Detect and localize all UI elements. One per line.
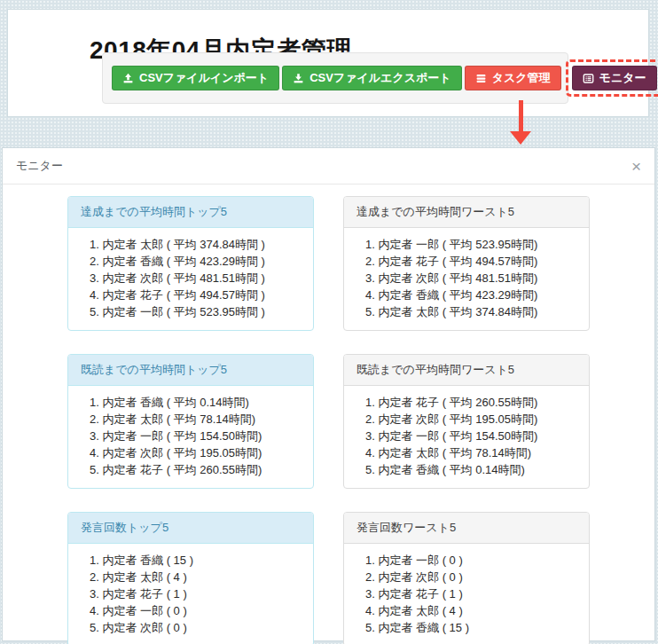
monitor-label: モニター bbox=[599, 70, 646, 86]
ranking-item: 2. 内定者 太郎 ( 平均 78.14時間) bbox=[90, 411, 301, 428]
header-card: 2018年04月内定者管理 CSVファイルインポート CSVファイルエクスポート… bbox=[7, 9, 649, 117]
panel-achievement-top5: 達成までの平均時間トップ5 1. 内定者 太郎 ( 平均 374.84時間 ) … bbox=[67, 196, 314, 331]
panel-body: 1. 内定者 一郎 ( 0 ) 2. 内定者 次郎 ( 0 ) 3. 内定者 花… bbox=[344, 544, 589, 644]
arrow-down-line bbox=[519, 100, 523, 132]
ranking-item: 1. 内定者 香織 ( 平均 0.14時間) bbox=[90, 394, 301, 411]
tasks-icon bbox=[475, 73, 487, 84]
ranking-item: 1. 内定者 香織 ( 15 ) bbox=[90, 552, 301, 569]
panel-heading: 達成までの平均時間トップ5 bbox=[68, 197, 313, 228]
modal-title: モニター bbox=[16, 158, 63, 174]
ranking-item: 1. 内定者 花子 ( 平均 260.55時間) bbox=[365, 394, 576, 411]
monitor-button[interactable]: モニター bbox=[572, 66, 657, 90]
close-icon[interactable]: × bbox=[631, 158, 641, 175]
panel-heading: 発言回数トップ5 bbox=[68, 513, 313, 544]
ranking-item: 4. 内定者 次郎 ( 平均 195.05時間) bbox=[90, 444, 301, 461]
ranking-item: 4. 内定者 一郎 ( 0 ) bbox=[90, 602, 301, 619]
csv-export-label: CSVファイルエクスポート bbox=[309, 70, 450, 86]
modal-header: モニター × bbox=[3, 148, 654, 185]
csv-import-button[interactable]: CSVファイルインポート bbox=[112, 66, 279, 90]
arrow-down-icon bbox=[510, 131, 531, 145]
ranking-item: 2. 内定者 香織 ( 平均 423.29時間 ) bbox=[90, 253, 301, 270]
panel-heading: 達成までの平均時間ワースト5 bbox=[344, 197, 589, 228]
ranking-item: 3. 内定者 次郎 ( 平均 481.51時間 ) bbox=[90, 270, 301, 287]
task-manage-button[interactable]: タスク管理 bbox=[465, 66, 561, 90]
csv-import-label: CSVファイルインポート bbox=[139, 70, 269, 86]
upload-icon bbox=[122, 73, 134, 84]
ranking-item: 2. 内定者 太郎 ( 4 ) bbox=[90, 569, 301, 585]
ranking-item: 4. 内定者 太郎 ( 平均 78.14時間) bbox=[365, 444, 576, 461]
panel-posts-worst5: 発言回数ワースト5 1. 内定者 一郎 ( 0 ) 2. 内定者 次郎 ( 0 … bbox=[343, 512, 590, 644]
panel-body: 1. 内定者 香織 ( 平均 0.14時間) 2. 内定者 太郎 ( 平均 78… bbox=[68, 386, 313, 488]
ranking-item: 3. 内定者 花子 ( 1 ) bbox=[90, 585, 301, 602]
monitor-highlight-box: モニター bbox=[566, 59, 658, 97]
ranking-item: 4. 内定者 花子 ( 平均 494.57時間 ) bbox=[90, 287, 301, 303]
panel-read-top5: 既読までの平均時間トップ5 1. 内定者 香織 ( 平均 0.14時間) 2. … bbox=[67, 354, 314, 489]
ranking-item: 1. 内定者 太郎 ( 平均 374.84時間 ) bbox=[90, 236, 301, 253]
panel-posts-top5: 発言回数トップ5 1. 内定者 香織 ( 15 ) 2. 内定者 太郎 ( 4 … bbox=[67, 512, 314, 644]
ranking-item: 5. 内定者 香織 ( 15 ) bbox=[365, 619, 576, 636]
download-icon bbox=[293, 73, 304, 84]
ranking-item: 4. 内定者 香織 ( 平均 423.29時間) bbox=[365, 287, 576, 303]
ranking-item: 5. 内定者 次郎 ( 0 ) bbox=[90, 619, 301, 636]
ranking-item: 1. 内定者 一郎 ( 0 ) bbox=[365, 552, 576, 569]
panel-read-worst5: 既読までの平均時間ワースト5 1. 内定者 花子 ( 平均 260.55時間) … bbox=[343, 354, 590, 489]
ranking-item: 1. 内定者 一郎 ( 平均 523.95時間) bbox=[365, 236, 576, 253]
panel-achievement-worst5: 達成までの平均時間ワースト5 1. 内定者 一郎 ( 平均 523.95時間) … bbox=[343, 196, 590, 331]
ranking-item: 3. 内定者 一郎 ( 平均 154.50時間) bbox=[365, 428, 576, 444]
ranking-item: 2. 内定者 花子 ( 平均 494.57時間) bbox=[365, 253, 576, 270]
modal-body: 達成までの平均時間トップ5 1. 内定者 太郎 ( 平均 374.84時間 ) … bbox=[3, 185, 654, 644]
ranking-item: 5. 内定者 太郎 ( 平均 374.84時間) bbox=[365, 303, 576, 320]
csv-export-button[interactable]: CSVファイルエクスポート bbox=[282, 66, 461, 90]
ranking-item: 5. 内定者 香織 ( 平均 0.14時間) bbox=[365, 461, 576, 478]
toolbar: CSVファイルインポート CSVファイルエクスポート タスク管理 モニター bbox=[102, 52, 568, 104]
panel-heading: 発言回数ワースト5 bbox=[344, 513, 589, 544]
ranking-item: 2. 内定者 次郎 ( 平均 195.05時間) bbox=[365, 411, 576, 428]
panel-body: 1. 内定者 一郎 ( 平均 523.95時間) 2. 内定者 花子 ( 平均 … bbox=[344, 228, 589, 330]
ranking-item: 4. 内定者 太郎 ( 4 ) bbox=[365, 602, 576, 619]
panel-body: 1. 内定者 太郎 ( 平均 374.84時間 ) 2. 内定者 香織 ( 平均… bbox=[68, 228, 313, 330]
ranking-item: 5. 内定者 一郎 ( 平均 523.95時間 ) bbox=[90, 303, 301, 320]
panel-heading: 既読までの平均時間ワースト5 bbox=[344, 355, 589, 386]
task-manage-label: タスク管理 bbox=[492, 70, 551, 86]
ranking-item: 2. 内定者 次郎 ( 0 ) bbox=[365, 569, 576, 585]
monitor-modal: モニター × 達成までの平均時間トップ5 1. 内定者 太郎 ( 平均 374.… bbox=[2, 147, 655, 641]
list-alt-icon bbox=[583, 73, 594, 84]
panel-body: 1. 内定者 花子 ( 平均 260.55時間) 2. 内定者 次郎 ( 平均 … bbox=[344, 386, 589, 488]
panel-body: 1. 内定者 香織 ( 15 ) 2. 内定者 太郎 ( 4 ) 3. 内定者 … bbox=[68, 544, 313, 644]
ranking-grid: 達成までの平均時間トップ5 1. 内定者 太郎 ( 平均 374.84時間 ) … bbox=[67, 196, 590, 644]
ranking-item: 3. 内定者 花子 ( 1 ) bbox=[365, 585, 576, 602]
ranking-item: 5. 内定者 花子 ( 平均 260.55時間) bbox=[90, 461, 301, 478]
panel-heading: 既読までの平均時間トップ5 bbox=[68, 355, 313, 386]
ranking-item: 3. 内定者 次郎 ( 平均 481.51時間) bbox=[365, 270, 576, 287]
ranking-item: 3. 内定者 一郎 ( 平均 154.50時間) bbox=[90, 428, 301, 444]
